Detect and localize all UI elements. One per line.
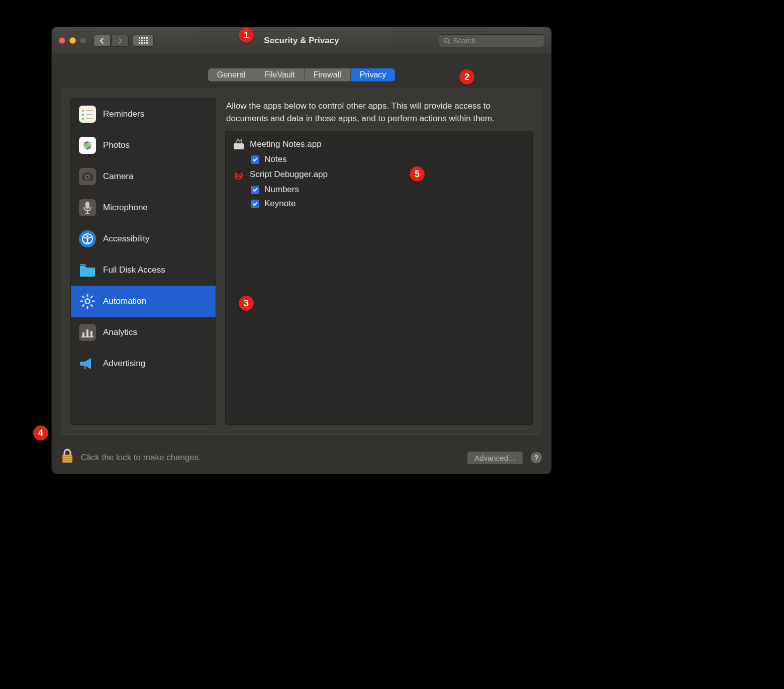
forward-button[interactable] xyxy=(112,35,129,47)
svg-rect-20 xyxy=(90,295,93,298)
microphone-icon xyxy=(79,199,96,216)
sidebar-item-photos[interactable]: Photos xyxy=(71,130,216,161)
sidebar-item-advertising[interactable]: Advertising xyxy=(71,348,216,379)
checkbox[interactable] xyxy=(251,186,259,194)
tab-general[interactable]: General xyxy=(208,68,255,81)
annotation-badge: 3 xyxy=(239,296,254,311)
annotation-badge: 1 xyxy=(239,28,254,43)
ladybug-icon xyxy=(233,168,245,181)
sidebar-item-accessibility[interactable]: Accessibility xyxy=(71,223,216,254)
svg-line-1 xyxy=(448,42,450,44)
svg-rect-30 xyxy=(234,143,244,149)
back-button[interactable] xyxy=(93,35,111,47)
app-name: Script Debugger.app xyxy=(250,169,328,180)
tab-privacy[interactable]: Privacy xyxy=(351,68,395,81)
photos-icon xyxy=(79,137,96,154)
checkbox[interactable] xyxy=(251,155,259,164)
svg-point-33 xyxy=(237,175,238,176)
search-icon xyxy=(443,37,450,44)
sidebar-item-reminders[interactable]: Reminders xyxy=(71,99,216,130)
app-row: Script Debugger.app xyxy=(233,166,525,183)
svg-rect-26 xyxy=(86,329,88,336)
svg-rect-27 xyxy=(90,331,92,336)
annotation-badge: 2 xyxy=(459,69,474,84)
app-name: Meeting Notes.app xyxy=(250,139,322,149)
sidebar-item-label: Automation xyxy=(103,296,146,306)
svg-rect-23 xyxy=(90,304,93,307)
automation-panel: Allow the apps below to control other ap… xyxy=(225,98,533,425)
sidebar-item-label: Accessibility xyxy=(103,234,150,244)
svg-rect-29 xyxy=(84,366,86,369)
svg-point-36 xyxy=(239,177,241,179)
annotation-badge: 4 xyxy=(33,425,48,441)
help-button[interactable]: ? xyxy=(530,452,542,464)
reminders-icon xyxy=(79,106,96,123)
lock-icon[interactable] xyxy=(61,449,74,467)
lock-hint-text: Click the lock to make changes. xyxy=(81,453,201,463)
nav-buttons xyxy=(93,35,129,47)
svg-rect-10 xyxy=(85,202,89,209)
accessibility-icon xyxy=(79,230,96,247)
svg-rect-18 xyxy=(80,301,83,302)
permission-label: Keynote xyxy=(264,199,296,209)
footer: Click the lock to make changes. Advanced… xyxy=(52,442,551,474)
svg-rect-16 xyxy=(87,294,88,297)
svg-point-35 xyxy=(237,177,239,179)
sidebar-item-label: Camera xyxy=(103,171,133,182)
sidebar-item-label: Analytics xyxy=(103,327,137,337)
sidebar-item-label: Photos xyxy=(103,140,130,150)
svg-point-9 xyxy=(86,176,89,179)
content-frame: RemindersPhotosCameraMicrophoneAccessibi… xyxy=(61,89,542,435)
gear-icon xyxy=(79,293,96,310)
privacy-category-list[interactable]: RemindersPhotosCameraMicrophoneAccessibi… xyxy=(70,98,216,425)
svg-rect-17 xyxy=(87,306,88,309)
sidebar-item-label: Microphone xyxy=(103,203,148,213)
folder-icon xyxy=(79,262,96,279)
svg-rect-25 xyxy=(82,332,84,336)
search-input[interactable] xyxy=(453,37,540,45)
permission-label: Notes xyxy=(264,154,286,164)
window-controls xyxy=(59,37,86,44)
sidebar-item-camera[interactable]: Camera xyxy=(71,161,216,192)
titlebar: Security & Privacy xyxy=(52,27,551,54)
close-window-button[interactable] xyxy=(59,37,65,44)
checkbox[interactable] xyxy=(251,200,259,208)
sidebar-item-analytics[interactable]: Analytics xyxy=(71,317,216,348)
permission-label: Numbers xyxy=(264,185,299,195)
app-permission-list[interactable]: Meeting Notes.appNotesScript Debugger.ap… xyxy=(225,131,533,425)
sidebar-item-label: Reminders xyxy=(103,109,144,119)
svg-point-24 xyxy=(86,300,89,303)
tab-firewall[interactable]: Firewall xyxy=(305,68,351,81)
grid-icon xyxy=(139,37,148,44)
svg-rect-19 xyxy=(92,301,95,302)
permission-row[interactable]: Keynote xyxy=(233,197,525,211)
script-app-icon xyxy=(233,138,245,150)
svg-rect-7 xyxy=(85,172,89,175)
advanced-button[interactable]: Advanced… xyxy=(467,451,523,465)
sidebar-item-automation[interactable]: Automation xyxy=(71,286,216,317)
panel-description: Allow the apps below to control other ap… xyxy=(225,98,533,125)
sidebar-item-label: Advertising xyxy=(103,359,145,369)
analytics-icon xyxy=(79,324,96,341)
svg-point-14 xyxy=(86,235,88,237)
minimize-window-button[interactable] xyxy=(69,37,76,44)
app-row: Meeting Notes.app xyxy=(233,136,525,152)
camera-icon xyxy=(79,168,96,185)
permission-row[interactable]: Notes xyxy=(233,152,525,166)
megaphone-icon xyxy=(79,355,96,372)
preferences-window: Security & Privacy GeneralFileVaultFirew… xyxy=(52,27,551,474)
permission-row[interactable]: Numbers xyxy=(233,183,525,197)
sidebar-item-microphone[interactable]: Microphone xyxy=(71,192,216,223)
search-field[interactable] xyxy=(439,34,544,47)
annotation-badge: 5 xyxy=(410,166,425,182)
tab-bar: GeneralFileVaultFirewallPrivacy xyxy=(52,54,551,85)
svg-point-34 xyxy=(240,175,241,176)
zoom-window-button[interactable] xyxy=(80,37,86,44)
svg-rect-21 xyxy=(81,304,84,307)
svg-rect-22 xyxy=(81,295,84,298)
sidebar-item-full-disk-access[interactable]: Full Disk Access xyxy=(71,254,216,286)
tab-filevault[interactable]: FileVault xyxy=(255,68,305,81)
show-all-button[interactable] xyxy=(133,35,154,47)
sidebar-item-label: Full Disk Access xyxy=(103,265,165,275)
